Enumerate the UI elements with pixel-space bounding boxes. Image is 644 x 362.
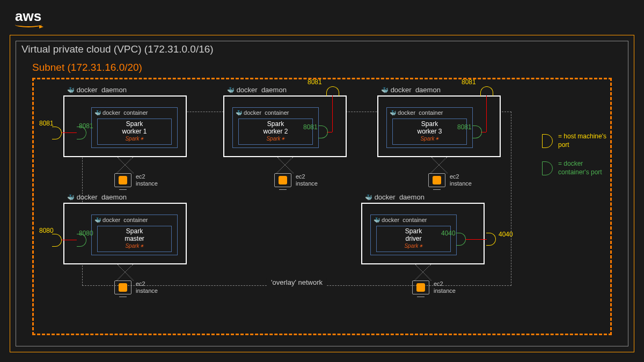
spark-title: Spark worker 1	[98, 120, 171, 136]
spark-title: Spark driver	[377, 227, 450, 243]
host-port-shape-icon	[542, 134, 553, 148]
host-port-icon	[52, 234, 62, 247]
spark-logo-icon: Spark✴	[393, 136, 466, 142]
ec2-icon	[412, 280, 429, 294]
ec2-label: ec2 instance	[136, 173, 158, 187]
daemon-worker3: 🐳 docker daemon 🐳 docker container Spark…	[377, 95, 501, 157]
vpc-box: Virtual private cloud (VPC) (172.31.0.0/…	[16, 41, 628, 346]
spark-logo-icon: Spark✴	[239, 136, 312, 142]
spark-box-worker3: Spark worker 3 Spark✴	[392, 119, 467, 145]
vpc-title: Virtual private cloud (VPC) (172.31.0.0/…	[21, 43, 214, 55]
host-port-label: 8080	[39, 227, 54, 234]
spark-logo-icon: Spark✴	[377, 243, 450, 249]
container-label: 🐳 docker container	[236, 109, 289, 116]
docker-daemon-label: 🐳 docker daemon	[227, 86, 287, 94]
container-label: 🐳 docker container	[390, 109, 443, 116]
docker-port-label: 8081	[79, 122, 93, 130]
legend: = host machine's port = docker container…	[542, 132, 606, 187]
spark-logo-icon: Spark✴	[98, 136, 171, 142]
ec2-label: ec2 instance	[434, 280, 456, 294]
docker-daemon-label: 🐳 docker daemon	[67, 86, 127, 94]
aws-logo: aws	[15, 8, 42, 27]
spark-box-master: Spark master Spark✴	[97, 226, 172, 252]
spark-title: Spark worker 3	[393, 120, 466, 136]
subnet-title: Subnet (172.31.16.0/20)	[32, 62, 142, 73]
host-port-icon	[326, 86, 339, 96]
host-port-icon	[52, 127, 62, 139]
docker-port-label: 8080	[79, 230, 93, 237]
ec2-label: ec2 instance	[296, 173, 318, 187]
daemon-driver: 🐳 docker daemon 🐳 docker container Spark…	[361, 203, 485, 264]
ec2-instance: ec2 instance	[114, 280, 158, 294]
ec2-label: ec2 instance	[450, 173, 472, 187]
container-label: 🐳 docker container	[374, 217, 427, 223]
spark-box-worker2: Spark worker 2 Spark✴	[238, 119, 313, 145]
legend-host-text: = host machine's port	[558, 132, 606, 149]
callout-lines	[96, 264, 155, 280]
ec2-label: ec2 instance	[136, 280, 158, 294]
spark-title: Spark master	[98, 227, 171, 243]
spark-box-worker1: Spark worker 1 Spark✴	[97, 119, 172, 145]
docker-port-label: 8081	[457, 123, 472, 131]
host-port-icon	[480, 86, 493, 96]
container-label: 🐳 docker container	[94, 109, 148, 116]
docker-daemon-label: 🐳 docker daemon	[67, 193, 127, 201]
overlay-label: 'overlay' network	[267, 278, 327, 286]
callout-lines	[96, 157, 155, 173]
ec2-instance: ec2 instance	[428, 173, 472, 187]
subnet-box: 'overlay' network 🐳 docker daemon 🐳 dock…	[32, 78, 612, 335]
port-connector	[486, 95, 487, 132]
daemon-worker2: 🐳 docker daemon 🐳 docker container Spark…	[223, 95, 347, 157]
port-connector	[62, 240, 77, 240]
ec2-icon	[428, 173, 445, 187]
callout-lines	[255, 157, 314, 173]
container-master: 🐳 docker container Spark master Spark✴	[91, 215, 178, 255]
host-port-label: 8081	[39, 120, 54, 127]
ec2-instance: ec2 instance	[114, 173, 158, 187]
port-connector	[465, 239, 487, 240]
docker-daemon-label: 🐳 docker daemon	[381, 86, 441, 94]
port-connector	[62, 132, 77, 133]
callout-lines	[409, 157, 469, 173]
callout-lines	[393, 264, 452, 280]
container-label: 🐳 docker container	[94, 217, 148, 223]
legend-host-port: = host machine's port	[542, 132, 606, 149]
legend-docker-text: = docker container's port	[558, 160, 602, 176]
spark-box-driver: Spark driver Spark✴	[376, 226, 451, 252]
host-port-label: 8081	[308, 78, 322, 86]
docker-port-label: 4040	[441, 230, 456, 237]
outer-frame: Virtual private cloud (VPC) (172.31.0.0/…	[10, 35, 634, 352]
ec2-icon	[114, 173, 131, 187]
legend-docker-port: = docker container's port	[542, 160, 606, 176]
ec2-icon	[274, 173, 291, 187]
spark-title: Spark worker 2	[239, 120, 312, 136]
docker-daemon-label: 🐳 docker daemon	[365, 193, 425, 201]
ec2-instance: ec2 instance	[412, 280, 456, 294]
ec2-instance: ec2 instance	[274, 173, 318, 187]
spark-logo-icon: Spark✴	[98, 243, 171, 249]
docker-port-label: 8081	[303, 123, 318, 131]
host-port-label: 8081	[462, 78, 476, 86]
docker-port-shape-icon	[542, 161, 553, 175]
port-connector	[332, 95, 333, 132]
host-port-label: 4040	[499, 231, 513, 238]
container-worker1: 🐳 docker container Spark worker 1 Spark✴	[91, 107, 178, 148]
ec2-icon	[114, 280, 131, 294]
